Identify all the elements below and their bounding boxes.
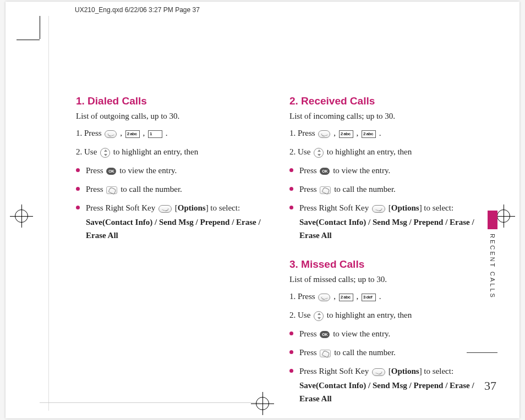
step-2: 2. Use to highlight an entry, then [289, 308, 483, 322]
text: to call the number. [121, 185, 182, 194]
bullet-view: Press OK to view the entry. [289, 327, 483, 340]
text: Press [299, 329, 319, 338]
manual-page: UX210_Eng.qxd 6/22/06 3:27 PM Page 37 1.… [6, 2, 519, 418]
send-key-icon [320, 350, 331, 357]
page-number: 37 [484, 379, 496, 393]
text: . [379, 292, 381, 301]
text: , [143, 129, 147, 137]
left-soft-key-icon [318, 130, 330, 138]
right-soft-key-icon [372, 205, 385, 213]
nav-key-icon [100, 148, 110, 158]
section-desc: List of missed calls; up to 30. [289, 275, 483, 284]
text: Press Right Soft Key [299, 203, 371, 212]
text: , [356, 292, 360, 301]
text: 1. Press [289, 129, 317, 137]
section-received-calls: 2. Received Calls List of incoming calls… [289, 95, 483, 242]
page-content: 1. Dialed Calls List of outgoing calls, … [76, 95, 483, 420]
section-title: 3. Missed Calls [289, 258, 483, 270]
left-column: 1. Dialed Calls List of outgoing calls, … [76, 95, 270, 420]
text: Press [86, 166, 105, 175]
step-1: 1. Press , 2 abc , 2 abc . [289, 126, 483, 140]
margin-guide [48, 16, 49, 411]
text: to highlight an entry, then [113, 147, 198, 156]
text: to view the entry. [119, 166, 177, 175]
text: 1. Press [289, 292, 317, 301]
right-soft-key-icon [158, 205, 172, 213]
text: , [356, 129, 360, 137]
text: . [379, 129, 381, 137]
section-desc: List of outgoing calls, up to 30. [76, 112, 270, 121]
text: Press Right Soft Key [299, 367, 371, 375]
section-title: 2. Received Calls [289, 95, 483, 107]
send-key-icon [320, 186, 331, 194]
section-side-label: RECENT CALLS [489, 234, 496, 299]
key-2-icon: 2 abc [339, 130, 353, 138]
options-list: Save(Contact Info) / Send Msg / Prepend … [299, 379, 483, 405]
text: to view the entry. [333, 166, 390, 175]
text: , [120, 129, 124, 137]
text: ] to select: [419, 203, 453, 212]
options-label: Options [391, 203, 419, 212]
options-list: Save(Contact Info) / Send Msg / Prepend … [86, 215, 270, 242]
text: to call the number. [334, 185, 396, 194]
registration-mark-icon [495, 208, 512, 224]
bullet-options: Press Right Soft Key [Options] to select… [76, 201, 270, 242]
right-soft-key-icon [372, 368, 385, 376]
nav-key-icon [314, 148, 324, 158]
key-3-icon: 3 def [362, 294, 376, 301]
step-1: 1. Press , 2 abc , 3 def . [289, 290, 483, 303]
text: Press [299, 348, 319, 357]
key-2-icon: 2 abc [125, 130, 140, 138]
nav-key-icon [314, 311, 324, 321]
key-2-icon: 2 abc [362, 130, 376, 138]
text: 2. Use [76, 147, 99, 156]
bullet-call: Press to call the number. [289, 346, 483, 359]
options-label: Options [178, 203, 206, 212]
text: to call the number. [334, 348, 396, 357]
side-rule [467, 352, 497, 353]
text: , [333, 292, 338, 301]
step-2: 2. Use to highlight an entry, then [76, 145, 270, 158]
text: Press Right Soft Key [86, 203, 157, 212]
key-2-icon: 2 abc [339, 294, 353, 301]
bullet-call: Press to call the number. [76, 183, 270, 196]
left-soft-key-icon [318, 294, 330, 301]
text: to highlight an entry, then [327, 147, 412, 156]
ok-key-icon: OK [320, 331, 330, 338]
section-missed-calls: 3. Missed Calls List of missed calls; up… [289, 258, 483, 405]
key-1-icon: 1 [148, 130, 162, 138]
ok-key-icon: OK [106, 168, 116, 175]
text: ] to select: [206, 203, 240, 212]
bullet-view: Press OK to view the entry. [289, 164, 483, 177]
crop-mark [17, 40, 40, 40]
right-column: 2. Received Calls List of incoming calls… [289, 95, 483, 420]
text: . [166, 129, 168, 137]
left-soft-key-icon [105, 130, 117, 138]
section-desc: List of incoming calls; up to 30. [289, 112, 483, 121]
bullet-call: Press to call the number. [289, 183, 483, 196]
text: to view the entry. [333, 329, 390, 338]
text: to highlight an entry, then [327, 311, 412, 319]
options-list: Save(Contact Info) / Send Msg / Prepend … [299, 215, 483, 242]
text: 1. Press [76, 129, 103, 137]
text: 2. Use [289, 147, 313, 156]
options-label: Options [391, 367, 419, 375]
registration-mark-icon [13, 208, 30, 224]
text: Press [299, 185, 319, 194]
section-tab [488, 211, 497, 229]
text: 2. Use [289, 311, 313, 319]
ok-key-icon: OK [320, 168, 330, 175]
section-dialed-calls: 1. Dialed Calls List of outgoing calls, … [76, 95, 270, 242]
text: Press [86, 185, 105, 194]
step-1: 1. Press , 2 abc , 1 . [76, 126, 270, 140]
step-2: 2. Use to highlight an entry, then [289, 145, 483, 158]
crop-mark [40, 16, 40, 39]
send-key-icon [106, 186, 117, 194]
text: ] to select: [419, 367, 453, 375]
bullet-options: Press Right Soft Key [Options] to select… [289, 201, 483, 242]
print-job-header: UX210_Eng.qxd 6/22/06 3:27 PM Page 37 [75, 6, 200, 14]
bullet-options: Press Right Soft Key [Options] to select… [289, 364, 483, 405]
text: , [333, 129, 338, 137]
section-title: 1. Dialed Calls [76, 95, 270, 107]
text: Press [299, 166, 319, 175]
